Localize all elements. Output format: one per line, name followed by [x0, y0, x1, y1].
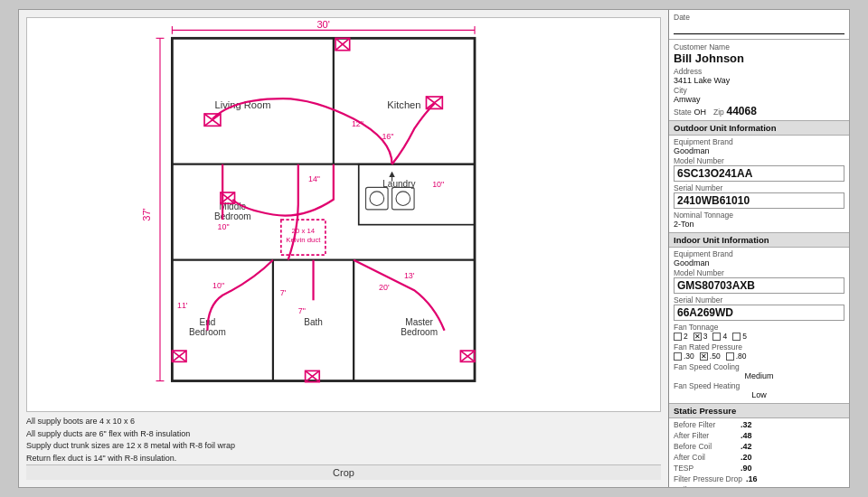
coil-drop-label: Coil Pressure Drop [674, 485, 739, 487]
after-coil-value: .20 [741, 453, 752, 462]
customer-section: Customer Name Bill Johnson Address 3411 … [669, 40, 849, 121]
note-line-2: All supply ducts are 6" flex with R-8 in… [26, 428, 661, 441]
floor-plan-svg: 30' 37' [27, 18, 660, 411]
svg-text:Bedroom: Bedroom [401, 327, 438, 337]
fan-speed-cooling-value: Medium [674, 371, 844, 380]
svg-text:7': 7' [280, 288, 287, 297]
after-filter-label: After Filter [674, 431, 737, 440]
state-label: State [674, 108, 692, 117]
outdoor-brand-label: Equipment Brand [674, 137, 844, 146]
svg-text:11': 11' [177, 301, 188, 310]
svg-text:16": 16" [382, 132, 393, 141]
outdoor-tonnage-label: Nominal Tonnage [674, 211, 844, 220]
static-pressure-title: Static Pressure [669, 404, 849, 418]
before-filter-row: Before Filter .32 [674, 420, 844, 429]
indoor-model-value: GMS80703AXB [674, 277, 844, 294]
after-coil-row: After Coil .20 [674, 453, 844, 462]
filter-drop-row: Filter Pressure Drop .16 [674, 474, 844, 483]
svg-text:Bath: Bath [304, 317, 323, 327]
floor-plan-canvas: 30' 37' [26, 17, 661, 412]
coil-drop-value: .22 [742, 485, 754, 487]
tesp-value: .90 [741, 464, 752, 473]
svg-text:12": 12" [352, 119, 363, 128]
customer-name-value: Bill Johnson [674, 52, 844, 65]
fan-pressure-label: Fan Rated Pressure [674, 342, 844, 352]
fan-tonnage-options: 2 3 4 5 [674, 332, 844, 341]
floor-plan-area: 30' 37' [19, 10, 668, 487]
before-coil-row: Before Coil .42 [674, 442, 844, 451]
indoor-brand-value: Goodman [674, 258, 844, 267]
svg-text:Kelvin duct: Kelvin duct [286, 236, 321, 244]
svg-text:Bedroom: Bedroom [214, 211, 251, 221]
before-filter-label: Before Filter [674, 420, 737, 429]
indoor-section: Indoor Unit Information Equipment Brand … [669, 233, 849, 404]
svg-text:37': 37' [141, 208, 152, 221]
city-label: City [674, 86, 701, 95]
pressure-30: .30 [674, 352, 694, 361]
svg-text:10": 10" [212, 281, 224, 290]
svg-text:10": 10" [218, 222, 230, 231]
pressure-80: .80 [726, 352, 747, 361]
svg-text:20': 20' [379, 283, 390, 292]
svg-text:Kitchen: Kitchen [387, 99, 420, 110]
note-line-4: Return flex duct is 14" with R-8 insulat… [26, 453, 661, 465]
before-coil-value: .42 [741, 442, 752, 451]
outdoor-model-label: Model Number [674, 156, 844, 165]
date-label: Date [674, 13, 844, 22]
indoor-serial-label: Serial Number [674, 295, 844, 305]
tonnage-5: 5 [732, 332, 747, 341]
fan-speed-heating-value: Low [674, 390, 844, 399]
crop-label[interactable]: Crop [333, 467, 354, 478]
svg-text:30': 30' [316, 19, 330, 30]
date-section: Date [669, 10, 849, 40]
tonnage-3: 3 [693, 332, 708, 341]
state-value: OH [694, 108, 707, 117]
tesp-label: TESP [674, 464, 737, 473]
crop-bar[interactable]: Crop [26, 464, 661, 480]
outdoor-model-value: 6SC13O241AA [674, 165, 844, 182]
outdoor-brand-value: Goodman [674, 146, 844, 155]
date-value [674, 22, 844, 34]
zip-label: Zip [713, 108, 724, 117]
filter-drop-label: Filter Pressure Drop [674, 474, 742, 483]
outdoor-serial-label: Serial Number [674, 183, 844, 192]
svg-text:14": 14" [308, 174, 320, 183]
after-coil-label: After Coil [674, 453, 737, 462]
tonnage-2: 2 [674, 332, 688, 341]
svg-text:13': 13' [404, 271, 415, 280]
tonnage-4: 4 [712, 332, 727, 341]
outdoor-serial-value: 2410WB61010 [674, 192, 844, 209]
info-panel: Date Customer Name Bill Johnson Address … [668, 10, 849, 487]
after-filter-value: .48 [741, 431, 752, 440]
after-filter-row: After Filter .48 [674, 431, 844, 440]
pressure-50: .50 [700, 352, 721, 361]
note-line-3: Supply duct trunk sizes are 12 x 8 metal… [26, 440, 661, 453]
before-coil-label: Before Coil [674, 442, 737, 451]
city-value: Amway [674, 95, 701, 104]
outdoor-section: Outdoor Unit Information Equipment Brand… [669, 121, 849, 233]
fan-pressure-options: .30 .50 .80 [674, 352, 844, 361]
notes-area: All supply boots are 4 x 10 x 6 All supp… [26, 412, 661, 464]
zip-value: 44068 [726, 105, 756, 117]
svg-text:7": 7" [298, 306, 306, 315]
indoor-brand-label: Equipment Brand [674, 249, 844, 258]
fan-speed-heating-label: Fan Speed Heating [674, 381, 844, 390]
svg-text:10": 10" [432, 180, 444, 189]
tesp-row: TESP .90 [674, 464, 844, 473]
indoor-serial-value: 66A269WD [674, 305, 844, 321]
svg-text:20 x 14: 20 x 14 [292, 227, 316, 235]
fan-speed-cooling-label: Fan Speed Cooling [674, 362, 844, 371]
static-pressure-section: Static Pressure Before Filter .32 After … [669, 404, 849, 487]
outdoor-title: Outdoor Unit Information [669, 121, 849, 136]
svg-text:Living Room: Living Room [215, 99, 271, 110]
indoor-model-label: Model Number [674, 268, 844, 277]
address-value: 3411 Lake Way [674, 76, 844, 85]
address-label: Address [674, 67, 844, 76]
outdoor-tonnage-value: 2-Ton [674, 220, 844, 229]
before-filter-value: .32 [741, 420, 752, 429]
customer-name-label: Customer Name [674, 42, 844, 52]
svg-text:Master: Master [405, 317, 433, 327]
indoor-title: Indoor Unit Information [669, 233, 849, 248]
coil-drop-row: Coil Pressure Drop .22 [674, 485, 844, 487]
filter-drop-value: .16 [746, 474, 758, 483]
